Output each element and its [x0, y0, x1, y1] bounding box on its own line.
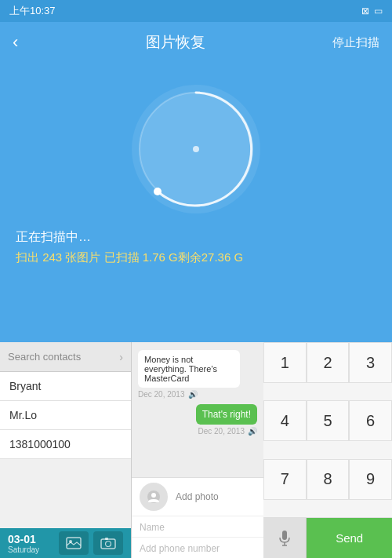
gallery-icon[interactable]	[59, 531, 89, 555]
mic-button[interactable]	[263, 518, 307, 558]
speaker-icon: 🔊	[188, 390, 198, 399]
contact-item-3[interactable]: 1381000100	[0, 430, 131, 459]
dialpad-grid: 123456789	[263, 342, 392, 517]
chat-sent-time: Dec 20, 2013 🔊	[138, 427, 257, 436]
name-placeholder: Name	[140, 522, 165, 533]
scan-mid: 张图片 已扫描	[62, 250, 143, 264]
scan-area	[0, 63, 392, 220]
signal-icon: ▭	[374, 5, 383, 16]
chat-panel: Money is not everything. There's MasterC…	[132, 342, 263, 558]
search-contacts-button[interactable]: Search contacts ›	[0, 342, 131, 372]
name-field-row[interactable]: Name	[132, 516, 263, 537]
dialpad-key-4[interactable]: 4	[263, 400, 307, 441]
dialpad-key-6[interactable]: 6	[349, 400, 392, 441]
status-icons: ⊠ ▭	[361, 5, 383, 16]
add-photo-row[interactable]: Add photo	[132, 477, 263, 516]
send-button[interactable]: Send	[307, 518, 392, 558]
stop-scan-button[interactable]: 停止扫描	[332, 35, 379, 50]
dialpad-key-2[interactable]: 2	[307, 342, 350, 383]
dialpad-key-3[interactable]: 3	[349, 342, 392, 383]
day-label: Saturday	[8, 545, 53, 554]
phone-field-row[interactable]: Add phone number	[132, 537, 263, 558]
scan-scanned: 1.76 G	[143, 250, 178, 264]
contact-item-1[interactable]: Bryant	[0, 372, 131, 401]
contacts-panel: Search contacts › Bryant Mr.Lo 138100010…	[0, 342, 132, 558]
add-photo-icon	[140, 483, 168, 511]
scan-status-line1: 正在扫描中…	[16, 229, 376, 246]
svg-point-7	[106, 542, 111, 547]
scan-status: 正在扫描中… 扫出 243 张图片 已扫描 1.76 G剩余27.36 G	[0, 220, 392, 276]
status-bar: 上午10:37 ⊠ ▭	[0, 0, 392, 22]
scan-status-line2: 扫出 243 张图片 已扫描 1.76 G剩余27.36 G	[16, 250, 376, 265]
chat-sent-message: That's right!	[196, 404, 257, 425]
camera-icon[interactable]	[93, 531, 123, 555]
scan-count: 243	[42, 250, 62, 264]
search-arrow-icon: ›	[119, 351, 123, 363]
speaker-icon-sent: 🔊	[248, 427, 257, 436]
contact-item-2[interactable]: Mr.Lo	[0, 401, 131, 430]
page-title: 图片恢复	[146, 32, 205, 53]
scan-progress-circle	[125, 78, 267, 220]
svg-rect-8	[105, 538, 108, 540]
dialpad-panel: 123456789 Send	[263, 342, 392, 558]
phone-placeholder: Add phone number	[140, 543, 220, 554]
svg-rect-4	[67, 538, 81, 549]
svg-point-10	[151, 493, 156, 498]
dialpad-key-5[interactable]: 5	[307, 400, 350, 441]
scan-end: 剩余	[178, 250, 201, 264]
dialpad-key-7[interactable]: 7	[263, 459, 307, 500]
top-nav: ‹ 图片恢复 停止扫描	[0, 22, 392, 63]
date-row: 03-01 Saturday	[0, 528, 131, 558]
chat-received-message: Money is not everything. There's MasterC…	[138, 350, 240, 388]
dialpad-key-9[interactable]: 9	[349, 459, 392, 500]
svg-point-2	[154, 188, 162, 195]
dialpad-key-8[interactable]: 8	[307, 459, 350, 500]
battery-icon: ⊠	[361, 5, 369, 16]
dialpad-bottom: Send	[263, 517, 392, 558]
bottom-overlay: Search contacts › Bryant Mr.Lo 138100010…	[0, 342, 392, 558]
dialpad-key-1[interactable]: 1	[263, 342, 307, 383]
date-label: 03-01	[8, 533, 53, 545]
svg-rect-6	[101, 539, 115, 549]
scan-prefix: 扫出	[16, 250, 42, 264]
status-time: 上午10:37	[9, 4, 56, 18]
add-photo-label: Add photo	[176, 491, 219, 502]
svg-rect-11	[282, 531, 287, 540]
chat-received-time: Dec 20, 2013 🔊	[138, 390, 257, 399]
search-contacts-label: Search contacts	[8, 351, 81, 363]
back-button[interactable]: ‹	[13, 32, 18, 53]
svg-point-3	[193, 146, 199, 152]
scan-remaining: 27.36 G	[201, 250, 243, 264]
